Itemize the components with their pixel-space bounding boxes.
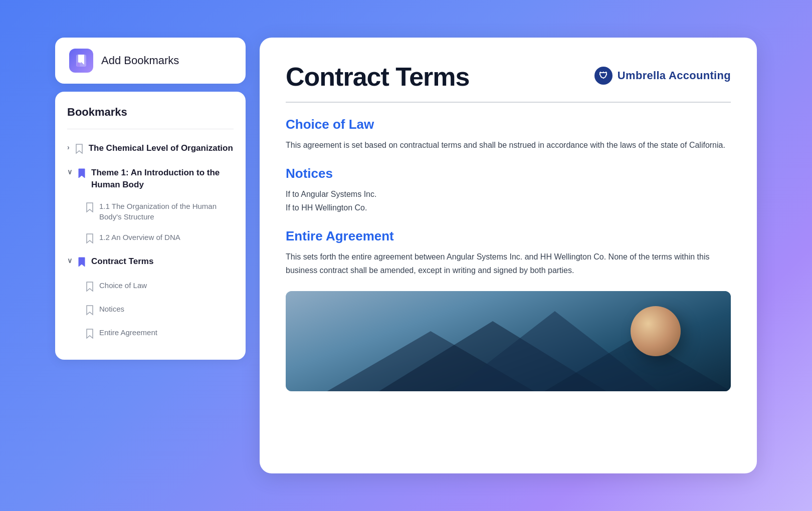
section-title-entire: Entire Agreement <box>286 228 731 244</box>
document-panel: Contract Terms 🛡 Umbrella Accounting Cho… <box>260 38 757 473</box>
bookmark-icon-entire <box>85 328 94 341</box>
bookmarks-title: Bookmarks <box>67 106 234 119</box>
bookmark-icon-1-2 <box>85 233 94 245</box>
bookmark-icon-1-1 <box>85 202 94 214</box>
brand-logo: 🛡 Umbrella Accounting <box>594 67 731 85</box>
sidebar-label-notices: Notices <box>99 304 234 314</box>
sidebar-item-entire-agreement[interactable]: Entire Agreement <box>67 322 234 346</box>
bookmarks-panel: Bookmarks › The Chemical Level of Organi… <box>55 92 246 360</box>
sidebar-item-1-1[interactable]: 1.1 The Organization of the Human Body's… <box>67 196 234 227</box>
sidebar-item-choice-of-law[interactable]: Choice of Law <box>67 275 234 299</box>
bookmarks-divider <box>67 129 234 129</box>
section-title-notices: Notices <box>286 166 731 181</box>
brand-name: Umbrella Accounting <box>618 69 731 82</box>
bookmark-icon-notices <box>85 305 94 317</box>
sidebar-label-1-2: 1.2 An Overview of DNA <box>99 232 234 242</box>
sidebar-label-chemical: The Chemical Level of Organization <box>89 142 234 154</box>
sidebar-label-contract: Contract Terms <box>91 256 234 268</box>
chevron-down-icon-contract: ∨ <box>67 257 72 265</box>
section-notices: Notices If to Angular Systems Inc. If to… <box>286 166 731 214</box>
doc-header-divider <box>286 102 731 103</box>
sidebar-item-1-2[interactable]: 1.2 An Overview of DNA <box>67 227 234 250</box>
image-sphere <box>631 306 681 356</box>
document-image <box>286 291 731 391</box>
sidebar-item-contract-terms[interactable]: ∨ Contract Terms <box>67 250 234 275</box>
section-choice-of-law: Choice of Law This agreement is set base… <box>286 117 731 152</box>
sidebar-item-chemical-level[interactable]: › The Chemical Level of Organization <box>67 137 234 162</box>
main-layout: Add Bookmarks Bookmarks › The Chemical L… <box>55 38 757 473</box>
sidebar-label-entire: Entire Agreement <box>99 327 234 338</box>
document-title: Contract Terms <box>286 62 469 92</box>
svg-rect-1 <box>77 62 80 66</box>
sidebar-item-notices[interactable]: Notices <box>67 299 234 322</box>
sidebar-item-theme-intro[interactable]: ∨ Theme 1: An Introduction to the Human … <box>67 162 234 196</box>
sidebar-label-theme: Theme 1: An Introduction to the Human Bo… <box>91 167 234 191</box>
add-bookmarks-button[interactable]: Add Bookmarks <box>55 38 246 84</box>
section-body-notices: If to Angular Systems Inc. If to HH Well… <box>286 187 731 214</box>
left-panel: Add Bookmarks Bookmarks › The Chemical L… <box>55 38 246 360</box>
brand-icon: 🛡 <box>594 67 613 85</box>
section-body-entire: This sets forth the entire agreement bet… <box>286 250 731 277</box>
bookmark-icon-choice <box>85 281 94 294</box>
section-body-choice: This agreement is set based on contractu… <box>286 138 731 152</box>
bookmark-icon-theme <box>77 168 86 181</box>
bookmark-icon-chemical <box>75 143 84 157</box>
bookmark-icon-contract <box>77 257 86 270</box>
section-entire-agreement: Entire Agreement This sets forth the ent… <box>286 228 731 277</box>
section-title-choice: Choice of Law <box>286 117 731 132</box>
sidebar-label-choice: Choice of Law <box>99 280 234 291</box>
document-header: Contract Terms 🛡 Umbrella Accounting <box>286 62 731 92</box>
chevron-right-icon: › <box>67 143 70 151</box>
chevron-down-icon-theme: ∨ <box>67 168 72 176</box>
add-bookmarks-label: Add Bookmarks <box>101 54 179 67</box>
sidebar-label-1-1: 1.1 The Organization of the Human Body's… <box>99 201 234 222</box>
app-icon <box>69 49 93 73</box>
